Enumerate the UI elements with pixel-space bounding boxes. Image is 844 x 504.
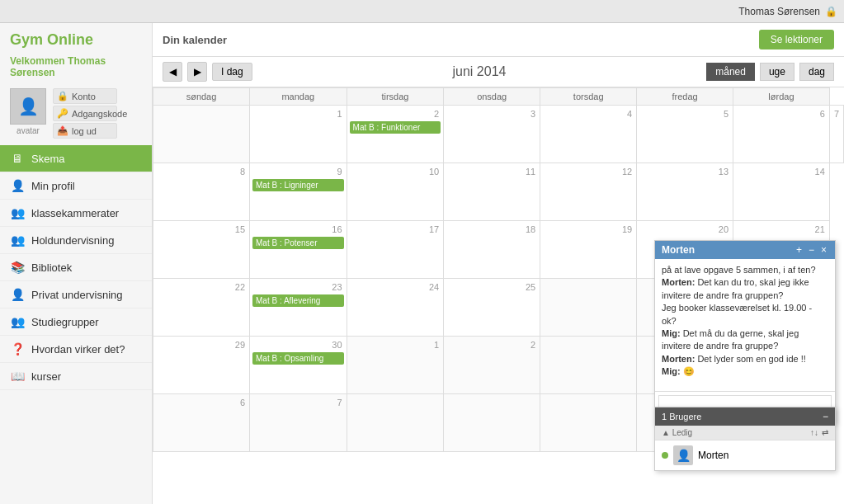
status-dot (662, 452, 668, 459)
day-number: 24 (349, 280, 442, 294)
online-minimize-button[interactable]: − (823, 411, 828, 422)
sidebar-item-privat-undervisning[interactable]: 👤Privat undervisning (0, 281, 152, 309)
calendar-title: Din kalender (163, 34, 227, 46)
day-number: 16 (252, 223, 345, 236)
day-number: 14 (735, 165, 827, 178)
day-number: 29 (155, 338, 248, 351)
calendar-event[interactable]: Mat B : Aflevering (252, 294, 344, 307)
chat-message: Morten: Det lyder som en god ide !! (662, 353, 828, 365)
chat-close-button[interactable]: × (819, 244, 828, 256)
day-number: 3 (446, 107, 538, 120)
cal-day: 15 (153, 221, 250, 279)
day-number: 12 (542, 165, 634, 178)
day-number: 2 (446, 338, 538, 351)
logout-link[interactable]: 📤 log ud (53, 123, 117, 139)
day-number: 2 (349, 107, 442, 120)
chat-minimize-button[interactable]: − (807, 244, 816, 256)
profile-links: 🔒 Konto 🔑 Adgangskode 📤 log ud (53, 88, 117, 139)
sidebar-item-studiegrupper[interactable]: 👥Studiegrupper (0, 309, 152, 336)
day-number: 1 (252, 107, 345, 120)
cal-day (540, 337, 637, 394)
sidebar-item-holdundervisning[interactable]: 👥Holdundervisning (0, 227, 152, 254)
cal-day (540, 279, 637, 337)
nav-icon-klassekammerater: 👥 (10, 206, 25, 219)
cal-day: 16Mat B : Potenser (250, 221, 347, 279)
today-button[interactable]: I dag (212, 63, 252, 81)
online-user-avatar: 👤 (673, 445, 693, 465)
day-number: 1 (349, 338, 442, 351)
cal-day: 4 (540, 106, 637, 163)
online-switch-button[interactable]: ⇄ (822, 428, 828, 437)
day-number: 19 (542, 223, 634, 236)
calendar-header: Din kalender Se lektioner (153, 23, 844, 57)
day-number: 30 (252, 338, 345, 351)
cal-day: 17 (347, 221, 444, 279)
cal-day: 2Mat B : Funktioner (347, 106, 444, 163)
chat-message: Morten: Det kan du tro, skal jeg ikke in… (662, 276, 828, 302)
konto-link[interactable]: 🔒 Konto (53, 88, 117, 104)
sidebar-nav: 🖥Skema👤Min profil👥klassekammerater👥Holdu… (0, 145, 152, 504)
day-header-tirsdag: tirsdag (347, 88, 444, 106)
day-number: 15 (155, 223, 248, 236)
cal-day: 8 (153, 163, 250, 221)
sidebar-item-kurser[interactable]: 📖kurser (0, 363, 152, 390)
online-section-label: ▲ Ledig (662, 428, 692, 437)
calendar-event[interactable]: Mat B : Potenser (252, 237, 344, 249)
logout-label: log ud (72, 126, 97, 136)
day-number: 7 (252, 396, 345, 409)
cal-day: 29 (153, 337, 250, 394)
cal-day: 13 (637, 163, 733, 221)
cal-day: 11 (444, 163, 540, 221)
sidebar-item-min-profil[interactable]: 👤Min profil (0, 172, 152, 200)
sidebar-welcome: Velkommen Thomas Sørensen (0, 54, 152, 85)
day-number: 6 (155, 396, 248, 409)
sidebar-item-bibliotek[interactable]: 📚Bibliotek (0, 254, 152, 281)
calendar-event[interactable]: Mat B : Funktioner (350, 121, 441, 134)
calendar-event[interactable]: Mat B : Ligninger (252, 179, 344, 191)
calendar-nav: ◀ ▶ I dag juni 2014 måned uge dag (153, 57, 844, 87)
se-lektioner-button[interactable]: Se lektioner (759, 30, 834, 49)
day-header-fredag: fredag (637, 88, 733, 106)
adgangskode-link[interactable]: 🔑 Adgangskode (53, 106, 117, 121)
nav-icon-studiegrupper: 👥 (10, 315, 25, 328)
cal-day: 14 (733, 163, 830, 221)
cal-day (153, 106, 250, 163)
topbar-username: Thomas Sørensen (738, 6, 820, 17)
day-number: 4 (542, 107, 634, 120)
welcome-text: Velkommen (10, 55, 65, 67)
day-number: 17 (349, 223, 442, 236)
day-header-søndag: søndag (153, 88, 250, 106)
sidebar-item-klassekammerater[interactable]: 👥klassekammerater (0, 200, 152, 227)
cal-day: 2 (444, 337, 540, 394)
sidebar-item-skema[interactable]: 🖥Skema (0, 145, 152, 172)
cal-day: 18 (444, 221, 540, 279)
nav-label-min-profil: Min profil (31, 180, 75, 192)
day-number: 5 (639, 107, 731, 120)
nav-label-skema: Skema (31, 153, 64, 165)
nav-icon-min-profil: 👤 (10, 179, 25, 192)
prev-month-button[interactable]: ◀ (163, 62, 182, 82)
cal-day (347, 394, 444, 452)
chat-header: Morten + − × (655, 241, 835, 259)
day-number: 7 (832, 107, 842, 120)
online-sort-button[interactable]: ↑↓ (810, 428, 818, 437)
chat-add-button[interactable]: + (794, 244, 804, 256)
topbar: Thomas Sørensen 🔒 (0, 0, 844, 23)
day-number: 8 (155, 165, 248, 178)
topbar-lock-icon: 🔒 (825, 6, 837, 17)
maaned-view-button[interactable]: måned (706, 63, 755, 81)
day-number: 13 (639, 165, 731, 178)
cal-day: 6 (733, 106, 830, 163)
calendar-event[interactable]: Mat B : Opsamling (252, 352, 344, 365)
next-month-button[interactable]: ▶ (187, 62, 207, 82)
dag-view-button[interactable]: dag (799, 63, 834, 81)
sidebar-item-hvordan[interactable]: ❓Hvordan virker det? (0, 336, 152, 363)
uge-view-button[interactable]: uge (760, 63, 794, 81)
nav-label-bibliotek: Bibliotek (31, 261, 72, 274)
cal-day (444, 394, 540, 452)
nav-icon-hvordan: ❓ (10, 342, 25, 356)
nav-icon-skema: 🖥 (10, 152, 25, 165)
day-header-mandag: mandag (250, 88, 347, 106)
cal-day: 19 (540, 221, 637, 279)
cal-day: 3 (444, 106, 540, 163)
